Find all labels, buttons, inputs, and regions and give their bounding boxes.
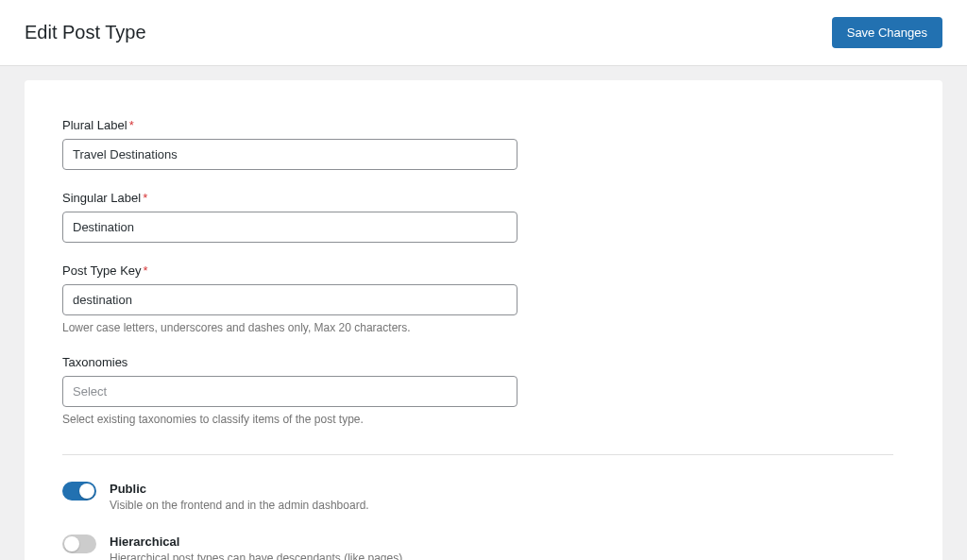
singular-label-label: Singular Label* xyxy=(62,191,517,205)
field-label-text: Plural Label xyxy=(62,118,127,132)
section-divider xyxy=(62,454,893,455)
singular-label-input[interactable] xyxy=(62,212,517,243)
taxonomies-select[interactable]: Select xyxy=(62,376,517,407)
hierarchical-toggle-row: Hierarchical Hierarchical post types can… xyxy=(62,535,893,560)
settings-panel: Plural Label* Singular Label* Post Type … xyxy=(25,80,942,560)
plural-label-input[interactable] xyxy=(62,139,517,170)
singular-label-field: Singular Label* xyxy=(62,191,517,243)
hierarchical-toggle-title: Hierarchical xyxy=(110,535,406,549)
public-toggle-title: Public xyxy=(110,482,369,496)
required-mark: * xyxy=(129,118,134,132)
public-toggle[interactable] xyxy=(62,482,96,501)
save-changes-button[interactable]: Save Changes xyxy=(832,17,942,48)
plural-label-label: Plural Label* xyxy=(62,118,517,132)
plural-label-field: Plural Label* xyxy=(62,118,517,170)
field-label-text: Singular Label xyxy=(62,191,141,205)
taxonomies-help: Select existing taxonomies to classify i… xyxy=(62,413,517,426)
post-type-key-label: Post Type Key* xyxy=(62,263,517,278)
required-mark: * xyxy=(143,191,147,205)
taxonomies-label: Taxonomies xyxy=(62,355,517,369)
required-mark: * xyxy=(144,263,148,278)
post-type-key-help: Lower case letters, underscores and dash… xyxy=(62,321,517,334)
hierarchical-toggle[interactable] xyxy=(62,535,96,553)
field-label-text: Post Type Key xyxy=(62,263,142,278)
post-type-key-input[interactable] xyxy=(62,284,517,315)
hierarchical-toggle-desc: Hierarchical post types can have descend… xyxy=(110,552,406,560)
page-title: Edit Post Type xyxy=(25,22,146,43)
public-toggle-row: Public Visible on the frontend and in th… xyxy=(62,482,893,512)
public-toggle-desc: Visible on the frontend and in the admin… xyxy=(110,499,369,512)
taxonomies-field: Taxonomies Select Select existing taxono… xyxy=(62,355,517,426)
page-header: Edit Post Type Save Changes xyxy=(0,0,967,66)
post-type-key-field: Post Type Key* Lower case letters, under… xyxy=(62,263,517,334)
